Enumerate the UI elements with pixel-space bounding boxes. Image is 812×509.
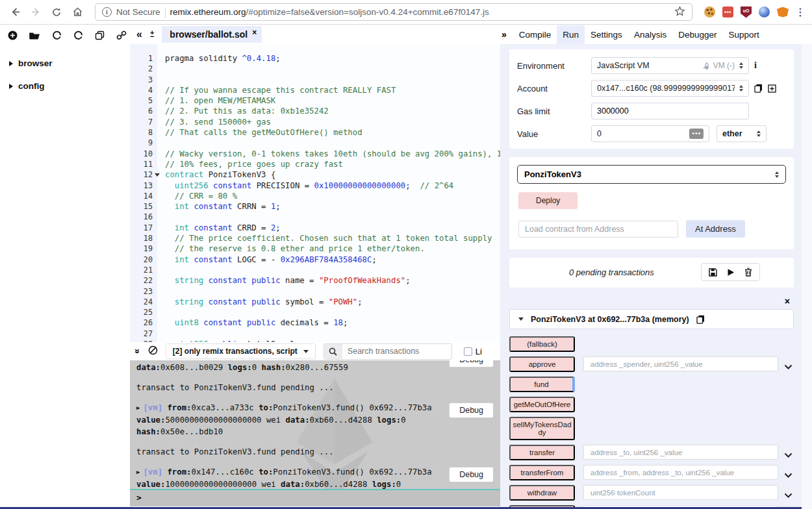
clear-instances-icon[interactable]: × [785,296,790,306]
expand-terminal-icon[interactable]: » [133,349,143,354]
account-select[interactable]: 0x147...c160c (98.99999999999990174 [591,80,749,97]
code-line[interactable]: 27 [130,329,500,339]
code-line[interactable]: 10// Wacky version, 0-1 tokens takes 10e… [130,149,500,159]
tab-close-icon[interactable]: × [252,29,257,36]
line-number[interactable]: 10 [130,149,157,159]
line-number[interactable]: 1 [130,53,157,64]
zoom-out-icon[interactable]: − [150,34,154,38]
expand-log-icon[interactable]: ▶ [136,466,140,478]
save-transactions-icon[interactable] [709,268,717,277]
home-icon[interactable] [69,4,86,21]
instance-header[interactable]: PonziTokenV3 at 0x692...77b3a (memory) [509,309,794,329]
code-line[interactable]: 2 [130,64,500,74]
code-line[interactable]: 23 [130,286,500,297]
font-size-control[interactable]: +− [150,31,154,38]
line-number[interactable]: 21 [130,265,157,275]
code-editor[interactable]: 1pragma solidity ^0.4.18;234// If you wa… [130,44,500,342]
create-account-icon[interactable] [768,84,776,93]
expand-right-panel-icon[interactable]: » [500,29,513,40]
value-input[interactable]: 0 ••• [591,125,709,142]
debug-button[interactable]: Debug [449,403,494,418]
keypad-icon[interactable]: ••• [689,129,704,139]
line-number[interactable]: 12 [130,169,157,180]
code-line[interactable]: 24 string constant public symbol = "POWH… [130,297,500,307]
code-line[interactable]: 13 uint256 constant PRECISION = 0x100000… [130,180,500,191]
line-number[interactable]: 2 [130,64,157,74]
code-line[interactable]: 20 int constant LOGC = - 0x296ABF784A358… [130,255,500,265]
gas-limit-input[interactable] [591,103,749,119]
expand-log-icon[interactable]: ▶ [136,402,140,414]
code-line[interactable]: 9 [130,138,500,148]
function-params-input-approve[interactable] [583,356,778,371]
line-number[interactable]: 11 [130,159,157,169]
line-number[interactable]: 14 [130,191,157,201]
debug-button[interactable]: Debug [449,360,494,367]
cookie-extension-icon[interactable] [704,6,715,18]
ublock-extension-icon[interactable]: uO [741,6,752,18]
debug-button[interactable]: Debug [449,467,494,482]
clear-console-icon[interactable] [148,345,158,358]
line-number[interactable]: 6 [130,106,157,116]
terminal-prompt[interactable]: > [130,489,500,506]
load-contract-address-input[interactable] [518,221,678,238]
chevron-down-icon[interactable] [784,469,793,481]
copy-instance-address-icon[interactable] [696,315,705,324]
function-button-fund[interactable]: fund [509,377,575,392]
collapse-panel-icon[interactable]: « [136,29,142,40]
new-file-icon[interactable] [8,31,18,40]
address-bar[interactable]: i Not Secure remix.ethereum.org/#optimiz… [95,3,692,21]
line-number[interactable]: 19 [130,243,157,254]
chevron-down-icon[interactable] [784,361,793,373]
publish-gist-icon[interactable] [52,31,62,40]
tab-analysis[interactable]: Analysis [628,25,672,44]
metamask-extension-icon[interactable] [777,7,789,18]
collapse-instance-icon[interactable] [518,317,524,321]
copy-account-icon[interactable] [754,84,763,93]
chrome-menu-icon[interactable]: ⋮ [795,6,806,18]
link-localhost-icon[interactable] [116,31,127,40]
function-button-sellMyTokensDaddy[interactable]: sellMyTokensDaddy [509,417,575,440]
line-number[interactable]: 17 [130,223,157,233]
code-line[interactable]: 12contract PonziTokenV3 { [130,169,500,180]
function-button-approve[interactable]: approve [509,356,575,372]
function-button-transferFrom[interactable]: transferFrom [509,465,575,480]
code-line[interactable]: 4// If you wanna escape this contract RE… [130,85,500,95]
line-number[interactable]: 13 [130,180,157,191]
code-line[interactable]: 19 // the reserve is 0.8 ether and price… [130,243,500,254]
function-button-getMeOutOfHere[interactable]: getMeOutOfHere [509,397,575,412]
function-button-withdraw[interactable]: withdraw [509,485,575,501]
copy-gist-icon[interactable] [73,31,83,40]
contract-select[interactable]: PonziTokenV3 [517,165,786,184]
code-line[interactable]: 6// 2. Put this as data: 0xb1e35242 [130,106,500,116]
terminal-filter-dropdown[interactable]: [2] only remix transactions, script [166,343,316,359]
code-line[interactable]: 22 string constant public name = "ProofO… [130,275,500,286]
code-line[interactable]: 11// 10% fees, price goes up crazy fast [130,159,500,169]
line-number[interactable]: 27 [130,329,157,339]
listen-checkbox[interactable] [464,347,472,356]
line-number[interactable]: 9 [130,138,157,148]
password-manager-extension-icon[interactable]: ••• [722,6,733,18]
line-number[interactable]: 22 [130,275,157,286]
code-line[interactable]: 15 int constant CRRN = 1; [130,201,500,212]
line-number[interactable]: 8 [130,127,157,138]
editor-tab-ballot[interactable]: browser/ballot.sol × [162,26,262,43]
fold-icon[interactable] [155,173,160,177]
right-panel-scrollbar[interactable] [802,44,812,509]
function-params-input-withdraw[interactable] [583,485,778,500]
reload-icon[interactable] [48,4,65,21]
function-params-input-transferFrom[interactable] [583,465,778,480]
at-address-button[interactable]: At Address [686,220,745,238]
code-line[interactable]: 1pragma solidity ^0.4.18; [130,53,500,64]
tree-item-browser[interactable]: browser [9,58,130,68]
line-number[interactable]: 5 [130,95,157,106]
function-params-input-transfer[interactable] [583,445,778,460]
line-number[interactable]: 3 [130,75,157,85]
code-line[interactable]: 17 int constant CRRD = 2; [130,223,500,233]
open-file-icon[interactable] [29,31,40,40]
unit-select[interactable]: ether [717,125,767,142]
bookmark-star-icon[interactable] [674,6,685,19]
line-number[interactable]: 26 [130,317,157,328]
back-icon[interactable] [6,4,23,21]
line-number[interactable]: 15 [130,201,157,212]
forward-icon[interactable] [27,4,44,21]
